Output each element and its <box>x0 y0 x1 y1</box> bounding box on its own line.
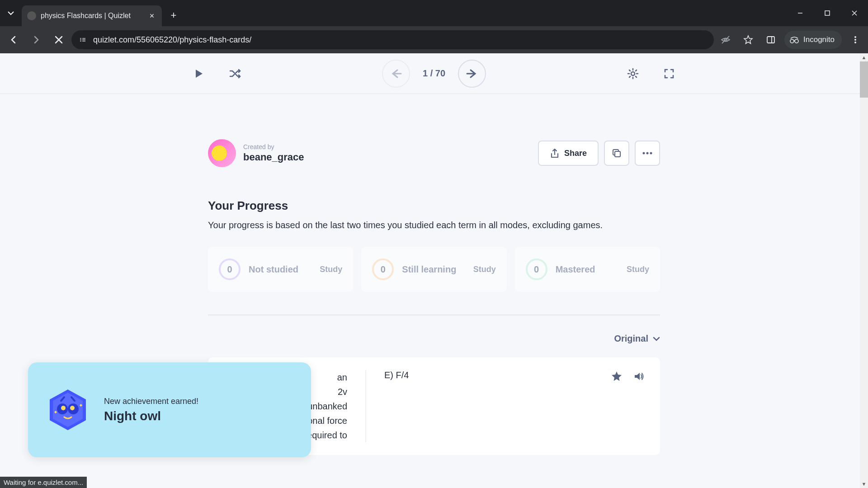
svg-point-10 <box>854 42 856 43</box>
forward-button[interactable] <box>26 30 46 50</box>
svg-point-14 <box>643 152 645 155</box>
star-term-button[interactable] <box>609 368 625 385</box>
copy-button[interactable] <box>604 141 629 166</box>
achievement-toast[interactable]: New achievement earned! Night owl <box>28 362 311 457</box>
browser-status-bar: Waiting for e.quizlet.com... <box>0 477 87 488</box>
progress-card-still-learning: 0 Still learning Study <box>361 247 506 292</box>
progress-card-mastered: 0 Mastered Study <box>515 247 660 292</box>
tab-title: physics Flashcards | Quizlet <box>41 12 147 20</box>
browser-menu-icon[interactable] <box>846 31 864 49</box>
share-button[interactable]: Share <box>538 141 599 166</box>
browser-chrome: physics Flashcards | Quizlet × + <box>0 0 868 53</box>
chevron-down-icon <box>653 337 660 341</box>
svg-rect-1 <box>825 11 830 15</box>
bookmark-star-icon[interactable] <box>739 31 757 49</box>
prev-card-button[interactable] <box>382 60 410 88</box>
scroll-down-arrow[interactable]: ▼ <box>860 480 868 488</box>
site-info-icon[interactable] <box>79 36 87 44</box>
sort-row: Original <box>208 333 660 357</box>
study-link[interactable]: Study <box>320 265 342 274</box>
minimize-button[interactable] <box>787 4 814 22</box>
incognito-label: Incognito <box>803 35 835 44</box>
url-text: quizlet.com/556065220/physics-flash-card… <box>93 35 251 45</box>
creator-avatar[interactable] <box>208 139 236 167</box>
audio-term-button[interactable] <box>631 368 647 385</box>
creator-row: Created by beane_grace Share <box>208 94 660 181</box>
svg-line-3 <box>722 36 729 43</box>
svg-point-7 <box>795 39 798 43</box>
progress-section: Your Progress Your progress is based on … <box>208 181 660 314</box>
maximize-button[interactable] <box>814 4 841 22</box>
progress-count: 0 <box>372 258 394 280</box>
side-panel-icon[interactable] <box>762 31 780 49</box>
play-button[interactable] <box>190 65 208 83</box>
created-by-label: Created by <box>243 143 304 150</box>
fullscreen-icon[interactable] <box>660 65 678 83</box>
sort-label: Original <box>614 333 648 344</box>
progress-label: Not studied <box>249 264 320 275</box>
progress-description: Your progress is based on the last two t… <box>208 220 660 230</box>
eye-off-icon[interactable] <box>717 31 735 49</box>
reload-button[interactable] <box>49 30 69 50</box>
study-link[interactable]: Study <box>473 265 496 274</box>
svg-rect-4 <box>767 37 774 43</box>
section-divider <box>208 314 660 315</box>
toast-title: Night owl <box>104 409 198 423</box>
incognito-indicator[interactable]: Incognito <box>784 31 842 49</box>
svg-point-16 <box>650 152 652 155</box>
svg-point-9 <box>854 39 856 41</box>
study-link[interactable]: Study <box>627 265 649 274</box>
term-divider <box>365 370 366 442</box>
shuffle-button[interactable] <box>226 65 244 83</box>
svg-point-22 <box>70 406 75 410</box>
browser-tab[interactable]: physics Flashcards | Quizlet × <box>22 5 162 26</box>
favicon <box>27 11 36 20</box>
progress-card-not-studied: 0 Not studied Study <box>208 247 353 292</box>
close-window-button[interactable] <box>841 4 868 22</box>
svg-point-8 <box>854 36 856 38</box>
svg-point-21 <box>61 406 66 410</box>
next-card-button[interactable] <box>458 60 486 88</box>
window-controls <box>787 0 868 26</box>
url-field[interactable]: quizlet.com/556065220/physics-flash-card… <box>71 30 714 49</box>
share-label: Share <box>564 149 587 158</box>
svg-rect-13 <box>615 151 620 157</box>
card-counter: 1 / 70 <box>423 68 445 79</box>
progress-label: Still learning <box>402 264 473 275</box>
achievement-badge-icon <box>45 387 90 432</box>
toast-subtitle: New achievement earned! <box>104 397 198 406</box>
vertical-scrollbar[interactable]: ▲ ▼ <box>860 53 868 488</box>
address-bar: quizlet.com/556065220/physics-flash-card… <box>0 26 868 53</box>
more-options-button[interactable] <box>635 141 660 166</box>
svg-point-11 <box>631 72 635 75</box>
term-answer: E) F/4 <box>384 370 647 442</box>
tab-search-button[interactable] <box>0 0 22 26</box>
svg-point-15 <box>646 152 649 155</box>
creator-username[interactable]: beane_grace <box>243 151 304 163</box>
progress-title: Your Progress <box>208 199 660 213</box>
sort-dropdown[interactable]: Original <box>614 333 660 344</box>
progress-label: Mastered <box>556 264 627 275</box>
back-button[interactable] <box>4 30 24 50</box>
page-content: 1 / 70 Created by beane_grace <box>0 53 868 488</box>
tab-bar: physics Flashcards | Quizlet × + <box>0 0 868 26</box>
settings-gear-icon[interactable] <box>624 65 642 83</box>
progress-count: 0 <box>526 258 547 280</box>
address-bar-right: Incognito <box>717 31 864 49</box>
scrollbar-thumb[interactable] <box>860 61 868 98</box>
progress-count: 0 <box>219 258 241 280</box>
new-tab-button[interactable]: + <box>165 6 183 24</box>
scroll-up-arrow[interactable]: ▲ <box>860 53 868 61</box>
svg-point-6 <box>790 39 794 43</box>
tab-close-button[interactable]: × <box>147 11 156 20</box>
flashcard-navigator: 1 / 70 <box>0 53 868 94</box>
